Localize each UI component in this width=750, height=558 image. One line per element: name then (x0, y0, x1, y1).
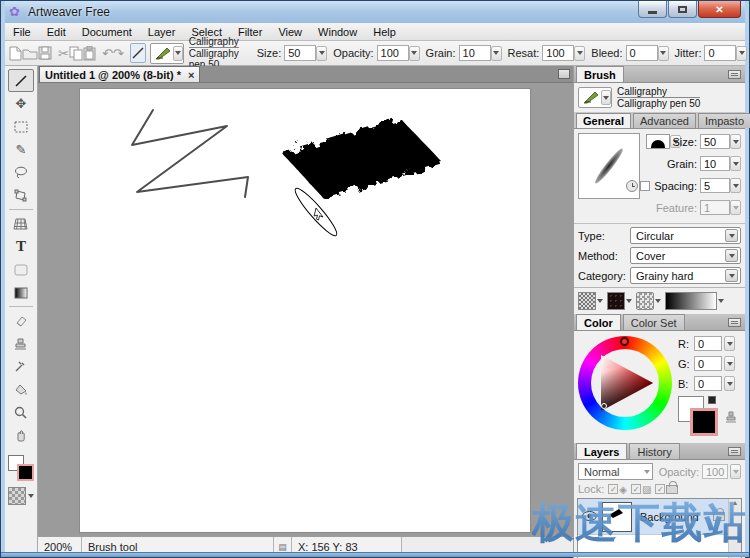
close-button[interactable]: ✕ (698, 1, 741, 18)
tool-text[interactable]: T (8, 235, 34, 258)
document-tab[interactable]: Untitled 1 @ 200% (8-bit) * × (39, 66, 200, 82)
tool-stamp[interactable] (8, 332, 34, 355)
default-colors-icon[interactable] (708, 396, 716, 404)
lock-all-toggle[interactable]: ✓ (655, 484, 678, 494)
panel-menu-icon[interactable] (728, 318, 741, 327)
blue-dropdown[interactable] (724, 376, 735, 391)
menu-edit[interactable]: Edit (39, 24, 74, 40)
jitter-dropdown[interactable] (736, 46, 747, 61)
opacity-dropdown[interactable] (409, 46, 420, 61)
canvas-page[interactable] (79, 88, 531, 533)
brush-preset-picker[interactable] (150, 43, 184, 64)
color-wheel[interactable] (578, 336, 672, 430)
scatter-picker[interactable] (636, 292, 661, 310)
method-select[interactable]: Cover (630, 247, 741, 264)
menu-layer[interactable]: Layer (140, 24, 184, 40)
tab-general[interactable]: General (576, 113, 631, 128)
jitter-input[interactable]: 0 (704, 45, 736, 61)
tool-shape[interactable] (8, 258, 34, 281)
resat-dropdown[interactable] (574, 46, 585, 61)
brush-preset-dropdown[interactable] (173, 46, 183, 61)
tool-lasso[interactable] (8, 161, 34, 184)
bp-grain-input[interactable]: 10 (700, 156, 730, 171)
green-dropdown[interactable] (724, 356, 735, 371)
bp-grain-dropdown[interactable] (730, 156, 741, 171)
red-dropdown[interactable] (724, 336, 735, 351)
stamp-icon[interactable] (724, 410, 738, 424)
opacity-input[interactable]: 100 (377, 45, 409, 61)
tool-zoom[interactable] (8, 401, 34, 424)
tool-eraser[interactable] (8, 309, 34, 332)
tool-eyedropper[interactable] (8, 355, 34, 378)
open-button[interactable] (22, 43, 38, 63)
tab-impasto[interactable]: Impasto (698, 113, 750, 128)
menu-document[interactable]: Document (74, 24, 140, 40)
bleed-dropdown[interactable] (658, 46, 669, 61)
resat-input[interactable]: 100 (542, 45, 574, 61)
type-select[interactable]: Circular (630, 227, 741, 244)
menu-help[interactable]: Help (365, 24, 404, 40)
tool-pencil[interactable]: ✎ (8, 138, 34, 161)
save-button[interactable] (38, 43, 52, 63)
tool-move[interactable]: ✥ (8, 92, 34, 115)
tool-gradient[interactable] (8, 281, 34, 304)
blend-mode-select[interactable]: Normal (578, 463, 653, 480)
tab-color-set[interactable]: Color Set (623, 314, 685, 330)
brush-panel-tab[interactable]: Brush (576, 66, 624, 82)
brush-tool-button[interactable] (130, 43, 146, 63)
toolbox-color-swatches[interactable] (8, 455, 34, 481)
paste-button[interactable] (83, 43, 96, 63)
cut-button[interactable]: ✂ (58, 43, 69, 63)
foreground-color-swatch[interactable] (690, 408, 718, 436)
document-close-icon[interactable]: × (188, 69, 194, 81)
undo-button[interactable]: ↶ (102, 43, 113, 63)
minimize-button[interactable] (638, 1, 667, 18)
size-dropdown[interactable] (316, 46, 327, 61)
lock-image-toggle[interactable]: ✓▨ (631, 484, 651, 495)
tab-color[interactable]: Color (576, 314, 621, 330)
gradient-picker[interactable] (665, 292, 724, 310)
pattern-selector[interactable] (8, 487, 34, 505)
brush-preset-dropdown[interactable] (601, 90, 611, 105)
title-bar[interactable]: ✿ Artweaver Free ✕ (5, 1, 745, 23)
size-input[interactable]: 50 (284, 45, 316, 61)
panel-menu-icon[interactable] (728, 447, 741, 456)
foreground-color-swatch[interactable] (17, 464, 34, 481)
category-select[interactable]: Grainy hard (630, 267, 741, 284)
maximize-button[interactable] (668, 1, 697, 18)
panel-brush-preset-picker[interactable] (578, 87, 612, 108)
grain-dropdown[interactable] (491, 46, 502, 61)
copy-button[interactable] (69, 43, 83, 63)
menu-view[interactable]: View (270, 24, 310, 40)
bp-size-input[interactable]: 50 (700, 134, 730, 149)
bleed-input[interactable]: 0 (626, 45, 658, 61)
pattern-picker[interactable] (607, 292, 632, 310)
blue-input[interactable]: 0 (694, 376, 722, 391)
red-input[interactable]: 0 (694, 336, 722, 351)
tab-bar-menu-icon[interactable] (558, 69, 570, 79)
tool-mesh[interactable] (8, 212, 34, 235)
new-document-button[interactable] (9, 43, 22, 63)
tool-transform[interactable] (8, 184, 34, 207)
saturation-triangle[interactable] (591, 349, 659, 417)
canvas-workspace[interactable] (38, 83, 573, 536)
spacing-checkbox[interactable] (640, 181, 650, 191)
tab-history[interactable]: History (629, 443, 679, 459)
paper-texture-picker[interactable] (578, 292, 603, 310)
bp-spacing-dropdown[interactable] (730, 178, 741, 193)
panel-menu-icon[interactable] (728, 70, 741, 79)
grain-input[interactable]: 10 (459, 45, 491, 61)
menu-file[interactable]: File (5, 24, 39, 40)
tab-layers[interactable]: Layers (576, 443, 627, 459)
menu-window[interactable]: Window (310, 24, 365, 40)
bp-spacing-input[interactable]: 5 (700, 178, 730, 193)
tool-fill[interactable] (8, 378, 34, 401)
tool-rect-select[interactable] (8, 115, 34, 138)
bp-size-dropdown[interactable] (730, 134, 741, 149)
redo-button[interactable]: ↷ (113, 43, 124, 63)
hue-marker[interactable] (620, 337, 629, 346)
tab-advanced[interactable]: Advanced (633, 113, 696, 128)
green-input[interactable]: 0 (694, 356, 722, 371)
lock-transparency-toggle[interactable]: ✓◈ (608, 484, 627, 495)
tool-brush[interactable] (8, 69, 34, 92)
